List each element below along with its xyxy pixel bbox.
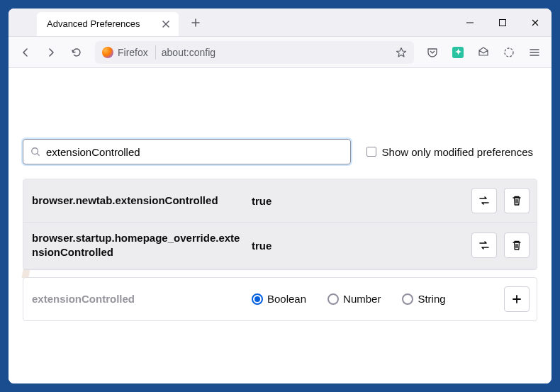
preferences-list: browser.newtab.extensionControlled true … bbox=[23, 179, 537, 270]
radio-icon bbox=[402, 293, 413, 305]
checkbox-icon bbox=[366, 147, 376, 157]
radio-number[interactable]: Number bbox=[327, 293, 381, 305]
firefox-icon bbox=[102, 47, 113, 58]
preference-row[interactable]: browser.startup.homepage_override.extens… bbox=[23, 223, 537, 269]
preference-value: true bbox=[252, 195, 464, 207]
identity-label: Firefox bbox=[118, 47, 148, 58]
new-preference-name: extensionControlled bbox=[32, 293, 245, 305]
reload-button[interactable] bbox=[65, 41, 88, 64]
radio-label: String bbox=[418, 293, 445, 305]
navigation-toolbar: Firefox about:config ✦ bbox=[9, 37, 551, 68]
tab-title: Advanced Preferences bbox=[47, 18, 160, 29]
close-window-button[interactable] bbox=[519, 9, 551, 37]
search-icon bbox=[30, 147, 40, 157]
preference-value: true bbox=[252, 240, 464, 252]
radio-icon bbox=[252, 293, 263, 305]
radio-string[interactable]: String bbox=[402, 293, 445, 305]
search-input[interactable] bbox=[46, 146, 343, 158]
preference-name: browser.startup.homepage_override.extens… bbox=[32, 231, 245, 260]
toggle-button[interactable] bbox=[471, 188, 497, 213]
delete-button[interactable] bbox=[504, 188, 530, 213]
show-modified-label: Show only modified preferences bbox=[382, 146, 533, 158]
browser-tab[interactable]: Advanced Preferences bbox=[37, 12, 179, 36]
extension-button[interactable]: ✦ bbox=[447, 41, 469, 64]
search-row: Show only modified preferences bbox=[23, 139, 537, 164]
mail-button[interactable] bbox=[472, 41, 495, 64]
bookmark-star-icon[interactable] bbox=[396, 47, 407, 58]
new-tab-button[interactable] bbox=[186, 13, 206, 33]
toggle-button[interactable] bbox=[471, 233, 497, 258]
minimize-button[interactable] bbox=[454, 9, 486, 37]
about-config-content: pcrisk.com Show only modified preference… bbox=[9, 68, 551, 383]
window-controls bbox=[454, 9, 551, 37]
type-radio-group: Boolean Number String bbox=[252, 293, 497, 305]
identity-box[interactable]: Firefox bbox=[102, 45, 156, 60]
titlebar: Advanced Preferences bbox=[9, 9, 551, 37]
close-tab-button[interactable] bbox=[160, 18, 172, 30]
show-modified-checkbox[interactable]: Show only modified preferences bbox=[366, 146, 537, 158]
radio-label: Number bbox=[343, 293, 381, 305]
new-preference-row: extensionControlled Boolean Number Strin… bbox=[23, 277, 537, 321]
menu-button[interactable] bbox=[523, 41, 546, 64]
browser-window: Advanced Preferences bbox=[9, 9, 551, 383]
search-box[interactable] bbox=[23, 139, 351, 164]
svg-point-1 bbox=[505, 48, 513, 57]
radio-icon bbox=[327, 293, 339, 305]
radio-label: Boolean bbox=[267, 293, 306, 305]
forward-button[interactable] bbox=[40, 41, 62, 64]
back-button[interactable] bbox=[14, 41, 37, 64]
account-button[interactable] bbox=[498, 41, 520, 64]
address-bar[interactable]: Firefox about:config bbox=[95, 41, 414, 64]
maximize-button[interactable] bbox=[486, 9, 519, 37]
svg-rect-0 bbox=[500, 19, 506, 26]
radio-boolean[interactable]: Boolean bbox=[252, 293, 306, 305]
preference-row[interactable]: browser.newtab.extensionControlled true bbox=[23, 179, 537, 223]
preference-name: browser.newtab.extensionControlled bbox=[32, 194, 245, 208]
add-button[interactable] bbox=[504, 286, 530, 312]
delete-button[interactable] bbox=[504, 233, 530, 258]
url-text: about:config bbox=[162, 47, 390, 58]
pocket-button[interactable] bbox=[421, 41, 444, 64]
